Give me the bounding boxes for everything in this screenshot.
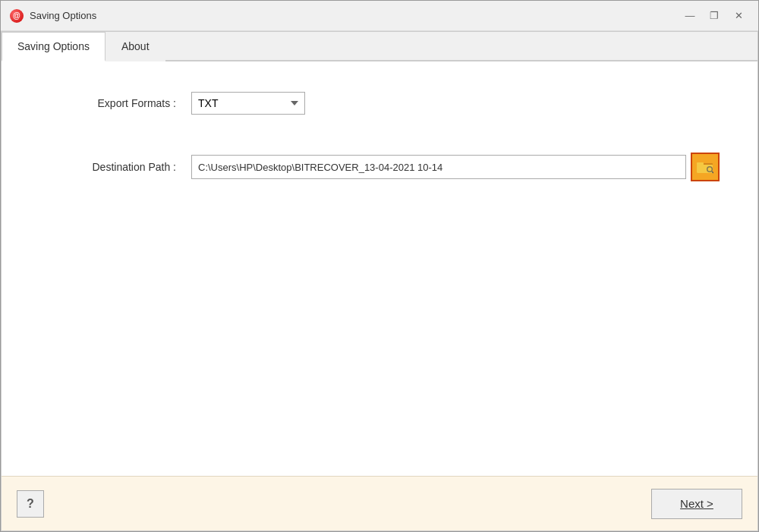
folder-icon: [697, 160, 713, 174]
export-formats-row: Export Formats : TXT PDF HTML CSV DOC: [39, 92, 720, 115]
destination-path-label: Destination Path :: [39, 161, 191, 173]
minimize-button[interactable]: —: [679, 8, 701, 24]
tab-content-saving-options: Export Formats : TXT PDF HTML CSV DOC De…: [2, 61, 757, 476]
browse-button[interactable]: [691, 153, 720, 181]
export-format-select[interactable]: TXT PDF HTML CSV DOC: [191, 92, 305, 115]
export-formats-label: Export Formats :: [39, 97, 191, 109]
maximize-button[interactable]: ❐: [704, 8, 725, 24]
tab-about[interactable]: About: [106, 32, 165, 61]
help-button[interactable]: ?: [17, 490, 44, 518]
title-bar-left: @ Saving Options: [10, 9, 96, 23]
next-button-label: Next >: [680, 497, 713, 510]
window-title: Saving Options: [30, 10, 96, 21]
tab-saving-options[interactable]: Saving Options: [2, 32, 106, 61]
svg-point-4: [708, 168, 712, 172]
next-button[interactable]: Next >: [651, 489, 742, 519]
title-bar: @ Saving Options — ❐ ✕: [1, 1, 758, 31]
destination-path-row: Destination Path :: [39, 153, 720, 181]
tab-bar: Saving Options About: [2, 32, 757, 61]
app-icon: @: [10, 9, 24, 23]
svg-rect-2: [697, 162, 704, 165]
destination-path-input[interactable]: [191, 155, 686, 179]
export-formats-control: TXT PDF HTML CSV DOC: [191, 92, 720, 115]
window-controls: — ❐ ✕: [679, 8, 749, 24]
footer: ? Next >: [2, 476, 757, 530]
main-window: @ Saving Options — ❐ ✕ Saving Options Ab…: [0, 0, 759, 532]
destination-path-control: [191, 153, 720, 181]
close-button[interactable]: ✕: [728, 8, 749, 24]
window-content: Saving Options About Export Formats : TX…: [1, 31, 758, 531]
